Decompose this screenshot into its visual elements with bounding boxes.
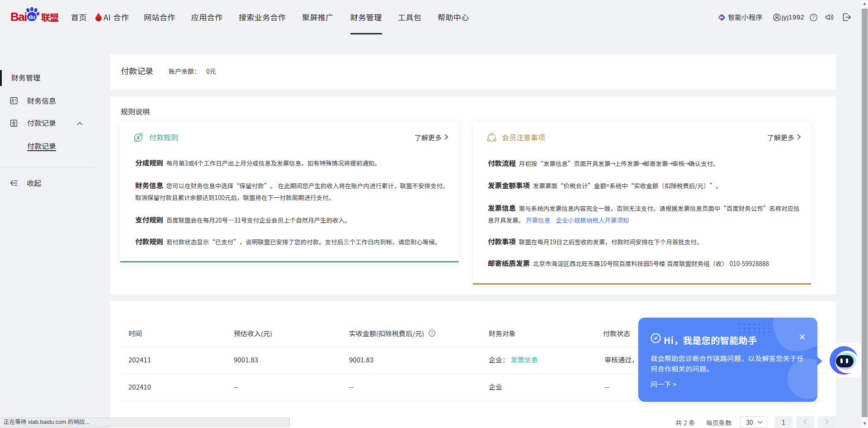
svg-text:?: ? bbox=[812, 15, 815, 20]
svg-text:?: ? bbox=[431, 331, 433, 336]
svg-text:du: du bbox=[28, 14, 35, 20]
